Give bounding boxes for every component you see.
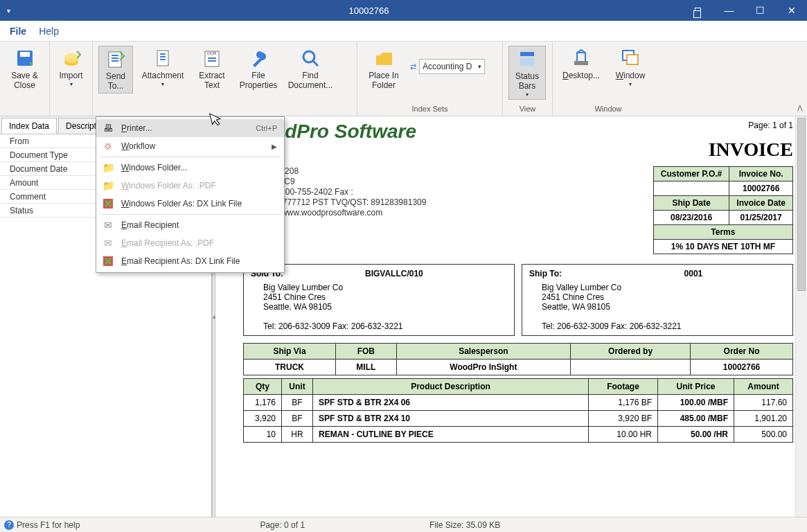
import-icon [60,47,82,69]
menu-item-printer[interactable]: 🖶 Printer... Ctrl+P [96,119,284,137]
dx-link-icon [102,255,114,267]
restore-down-button[interactable] [682,0,713,21]
file-properties-button[interactable]: File Properties [237,46,280,92]
page-number: Page: 1 of 1 [709,121,793,130]
svg-rect-21 [574,61,588,65]
invoice-title: INVOICE [709,139,793,161]
folder-icon: 📁 [102,161,114,174]
svg-point-4 [64,53,78,60]
status-filesize: File Size: 35.09 KB [429,520,500,530]
ribbon-group-view: View [503,105,552,116]
invoice-header-table: Customer P.O.#Invoice No. 10002766 Ship … [653,166,793,254]
menu-item-windows-folder[interactable]: 📁 Windows Folder... [96,159,284,177]
ribbon-group-index-sets: Index Sets [357,105,502,116]
menu-item-email-pdf: ✉ Email Recipient As: .PDF [96,234,284,252]
table-row: 1,176BFSPF STD & BTR 2X4 061,176 BF100.0… [244,395,793,411]
folder-pdf-icon: 📁 [102,179,114,192]
ribbon: Save & Close Import ▾ Send To... Attachm… [0,42,807,116]
menu-separator [99,157,281,157]
menu-separator [99,214,281,215]
svg-text:OCR: OCR [207,51,217,55]
place-in-folder-button[interactable]: Place In Folder [363,46,405,92]
svg-rect-19 [520,52,534,56]
table-row: 10HRREMAN - CUTLINE BY PIECE10.00 HR50.0… [244,427,793,443]
email-pdf-icon: ✉ [102,237,114,249]
menu-item-email-dx[interactable]: Email Recipient As: DX Link File [96,252,284,270]
menu-file[interactable]: File [10,26,26,37]
help-icon: ? [4,520,14,530]
desktop-button[interactable]: DDesktop...esktop... [558,46,604,82]
indexset-arrows-icon: ⇄ [410,62,416,71]
printer-icon: 🖶 [102,122,114,134]
status-help-text: Press F1 for help [17,520,80,530]
line-items-table: Qty Unit Product Description Footage Uni… [243,378,793,443]
sold-to-box: Sold To:BIGVALLC/010 Big Valley Lumber C… [243,264,515,336]
desktop-icon [570,47,592,69]
svg-rect-20 [520,57,534,66]
qat-customize-icon[interactable]: ▾ [7,7,10,15]
svg-line-18 [313,61,318,66]
scrollbar-thumb[interactable] [797,118,806,291]
menu-bar: File Help [0,21,807,42]
menu-item-workflow[interactable]: ⛭ Workflow ▶ [96,137,284,155]
save-close-icon [14,47,36,69]
invoice-document: WoodPro Software Page: 1 of 1 INVOICE Ro… [243,121,793,443]
status-bars-icon [516,48,538,70]
email-icon: ✉ [102,219,114,231]
svg-rect-9 [157,51,168,66]
svg-rect-1 [20,52,30,57]
order-info-table: Ship Via FOB Salesperson Ordered by Orde… [243,343,793,375]
ribbon-group-window: Window [553,105,664,116]
window-icon [619,47,641,69]
folder-icon [373,47,395,69]
status-bars-button[interactable]: Status Bars ▾ [508,46,546,100]
tab-index-data[interactable]: Index Data [1,118,57,134]
title-bar: ▾ 10002766 — ☐ ✕ [0,0,807,21]
send-to-icon [105,48,127,70]
save-close-button[interactable]: Save & Close [6,46,44,92]
collapse-ribbon-icon[interactable]: ᐱ [797,104,803,113]
send-to-button[interactable]: Send To... [98,46,133,94]
import-button[interactable]: Import ▾ [55,46,87,89]
window-button[interactable]: Window ▾ [610,46,651,89]
attachment-icon [152,47,174,69]
svg-rect-5 [109,52,121,67]
vertical-scrollbar[interactable] [795,116,807,517]
send-to-menu: 🖶 Printer... Ctrl+P ⛭ Workflow ▶ 📁 Windo… [96,116,285,273]
maximize-button[interactable]: ☐ [745,0,776,21]
extract-text-button[interactable]: OCR Extract Text [193,46,231,92]
chevron-right-icon: ▶ [272,143,277,150]
svg-rect-23 [627,55,638,64]
close-button[interactable]: ✕ [776,0,807,21]
status-page: Page: 0 of 1 [260,520,305,530]
index-set-combo[interactable]: Accounting D▾ [419,59,485,74]
ship-to-box: Ship To:0001 Big Valley Lumber Co 2451 C… [522,264,793,336]
table-row: 3,920BFSPF STD & BTR 2X4 103,920 BF485.0… [244,411,793,427]
menu-item-windows-folder-pdf: 📁 Windows Folder As: .PDF [96,177,284,195]
menu-item-email[interactable]: ✉ Email Recipient [96,216,284,234]
search-icon [299,47,321,69]
attachment-button[interactable]: Attachment ▾ [139,46,187,89]
dx-link-icon [102,197,114,210]
window-title: 10002766 [55,6,682,16]
document-viewer[interactable]: WoodPro Software Page: 1 of 1 INVOICE Ro… [215,116,807,517]
menu-help[interactable]: Help [39,26,59,37]
minimize-button[interactable]: — [713,0,745,21]
status-bar: ?Press F1 for help Page: 0 of 1 File Siz… [0,517,807,532]
ocr-icon: OCR [201,47,223,69]
find-document-button[interactable]: Find Document... [285,46,335,92]
workflow-icon: ⛭ [102,140,114,152]
menu-item-windows-folder-dx[interactable]: Windows Folder As: DX Link File [96,195,284,213]
wrench-icon [247,47,269,69]
svg-point-17 [303,51,314,62]
